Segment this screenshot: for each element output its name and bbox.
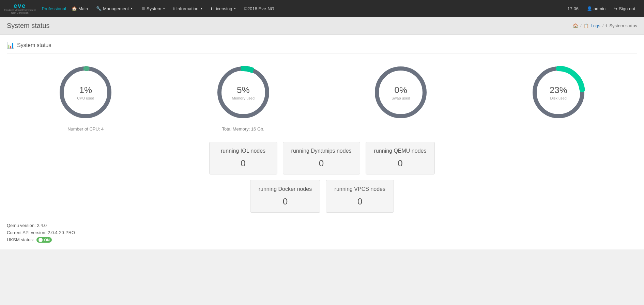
node-stats-section: running IOL nodes 0 running Dynamips nod… [7, 142, 637, 213]
uksm-status: ON [44, 238, 50, 242]
docker-nodes-title: running Docker nodes [259, 186, 312, 193]
breadcrumb-separator2: / [602, 23, 604, 28]
qemu-nodes-value: 0 [374, 158, 427, 169]
cpu-gauge: 1% CPU used [55, 62, 116, 123]
info-icon: ℹ [173, 6, 175, 11]
dynamips-nodes-card: running Dynamips nodes 0 [283, 142, 360, 174]
uksm-label: UKSM status: [7, 237, 34, 242]
cpu-gauge-svg [55, 62, 116, 123]
nav-time: 17:06 [563, 6, 583, 11]
memory-gauge-container: 5% Memory used Total Memory: 16 Gb. [213, 62, 274, 132]
memory-gauge-svg [213, 62, 274, 123]
memory-gauge: 5% Memory used [213, 62, 274, 123]
swap-gauge: 0% Swap used [370, 62, 431, 123]
docker-nodes-card: running Docker nodes 0 [250, 180, 321, 213]
main-content: 📊 System status 1% CPU used Number of CP… [0, 35, 644, 249]
nav-professional: Professional [42, 6, 66, 11]
home-breadcrumb-icon[interactable]: 🏠 [573, 23, 578, 28]
navbar-right: 17:06 👤 admin ↪ Sign out [563, 6, 640, 11]
disk-gauge: 23% Disk used [528, 62, 589, 123]
svg-point-0 [62, 68, 109, 116]
caret-down-icon: ▾ [201, 7, 202, 10]
iol-nodes-value: 0 [218, 158, 269, 169]
docker-nodes-value: 0 [259, 196, 312, 207]
license-icon: ℹ [211, 6, 212, 11]
caret-down-icon: ▾ [131, 7, 133, 10]
qemu-nodes-card: running QEMU nodes 0 [366, 142, 435, 174]
breadcrumb-bar: System status 🏠 / 📋 Logs / ℹ System stat… [0, 17, 644, 35]
section-header: 📊 System status [7, 42, 637, 54]
caret-down-icon: ▾ [163, 7, 165, 10]
caret-down-icon: ▾ [234, 7, 236, 10]
nav-signout[interactable]: ↪ Sign out [609, 6, 640, 11]
toggle-knob [39, 238, 43, 242]
user-icon: 👤 [587, 6, 592, 11]
wrench-icon: 🔧 [96, 6, 102, 11]
nav-copyright: ©2018 Eve-NG [240, 0, 278, 17]
cpu-gauge-container: 1% CPU used Number of CPU: 4 [55, 62, 116, 132]
breadcrumb-separator: / [580, 23, 582, 28]
cpu-info: Number of CPU: 4 [67, 126, 104, 132]
signout-icon: ↪ [614, 6, 617, 11]
vpcs-nodes-card: running VPCS nodes 0 [326, 180, 394, 213]
status-breadcrumb-icon: ℹ [605, 24, 607, 28]
swap-gauge-container: 0% Swap used [370, 62, 431, 126]
swap-gauge-svg [370, 62, 431, 123]
iol-nodes-card: running IOL nodes 0 [209, 142, 277, 174]
nav-management[interactable]: 🔧 Management ▾ [92, 0, 137, 17]
api-version: Current API version: 2.0.4-20-PRO [7, 230, 637, 235]
qemu-nodes-title: running QEMU nodes [374, 148, 427, 155]
vpcs-nodes-title: running VPCS nodes [334, 186, 385, 193]
logs-breadcrumb-icon: 📋 [584, 24, 589, 28]
breadcrumb-right: 🏠 / 📋 Logs / ℹ System status [573, 23, 637, 28]
node-row-1: running IOL nodes 0 running Dynamips nod… [209, 142, 435, 174]
dynamips-nodes-title: running Dynamips nodes [291, 148, 352, 155]
vpcs-nodes-value: 0 [334, 196, 385, 207]
current-breadcrumb: System status [609, 23, 637, 28]
nav-licensing[interactable]: ℹ Licensing ▾ [206, 0, 240, 17]
nav-information[interactable]: ℹ Information ▾ [169, 0, 206, 17]
svg-point-2 [219, 68, 267, 116]
bar-chart-icon: 📊 [7, 42, 14, 49]
gauge-row: 1% CPU used Number of CPU: 4 5% Memory u… [7, 62, 637, 132]
brand-subtitle: Emulated Virtual EnvironmentNext Generat… [4, 9, 35, 14]
brand-logo: eve Emulated Virtual EnvironmentNext Gen… [4, 3, 35, 14]
footer-info: Qemu version: 2.4.0 Current API version:… [7, 223, 637, 243]
svg-point-4 [377, 68, 425, 116]
qemu-version: Qemu version: 2.4.0 [7, 223, 637, 228]
nav-system[interactable]: 🖥 System ▾ [137, 0, 169, 17]
home-icon: 🏠 [72, 6, 77, 11]
navbar: eve Emulated Virtual EnvironmentNext Gen… [0, 0, 644, 17]
section-title: System status [17, 42, 51, 48]
iol-nodes-title: running IOL nodes [218, 148, 269, 155]
nav-admin: 👤 admin [583, 6, 609, 11]
logs-breadcrumb-link[interactable]: Logs [591, 23, 600, 28]
uksm-toggle[interactable]: ON [36, 237, 52, 243]
page-title: System status [7, 22, 50, 30]
nav-main[interactable]: 🏠 Main [67, 0, 92, 17]
dynamips-nodes-value: 0 [291, 158, 352, 169]
node-row-2: running Docker nodes 0 running VPCS node… [250, 180, 394, 213]
disk-gauge-svg [528, 62, 589, 123]
uksm-row: UKSM status: ON [7, 237, 637, 243]
disk-gauge-container: 23% Disk used [528, 62, 589, 126]
monitor-icon: 🖥 [141, 6, 145, 11]
memory-info: Total Memory: 16 Gb. [222, 126, 264, 132]
brand-name: eve [14, 3, 26, 9]
